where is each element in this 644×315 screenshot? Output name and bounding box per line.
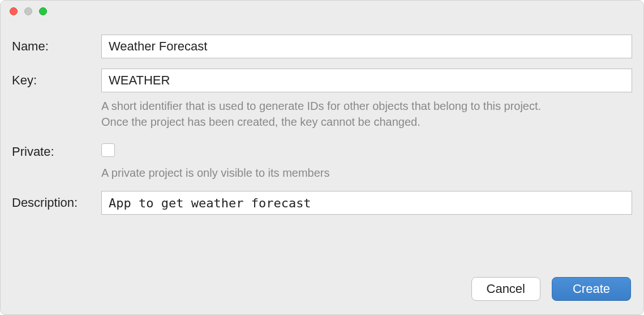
window-minimize-button[interactable] <box>24 7 32 15</box>
name-label: Name: <box>12 35 101 54</box>
dialog-content: Name: Key: A short identifier that is us… <box>1 22 643 268</box>
private-help-text: A private project is only visible to its… <box>101 165 632 181</box>
name-row: Name: <box>12 35 632 58</box>
cancel-button[interactable]: Cancel <box>471 277 540 301</box>
key-help-text: A short identifier that is used to gener… <box>101 98 632 130</box>
key-input[interactable] <box>101 69 632 92</box>
window-maximize-button[interactable] <box>39 7 47 15</box>
description-input[interactable] <box>101 191 632 215</box>
private-label: Private: <box>12 140 101 159</box>
key-help-line1: A short identifier that is used to gener… <box>101 98 632 114</box>
name-input[interactable] <box>101 35 632 58</box>
create-button[interactable]: Create <box>552 277 631 301</box>
description-label: Description: <box>12 191 101 210</box>
private-row: Private: A private project is only visib… <box>12 140 632 181</box>
titlebar <box>1 1 643 22</box>
private-checkbox[interactable] <box>101 143 115 157</box>
window-close-button[interactable] <box>10 7 18 15</box>
key-row: Key: A short identifier that is used to … <box>12 69 632 130</box>
dialog-footer: Cancel Create <box>1 268 643 314</box>
description-row: Description: <box>12 191 632 215</box>
key-help-line2: Once the project has been created, the k… <box>101 114 632 130</box>
create-project-dialog: Name: Key: A short identifier that is us… <box>0 0 644 315</box>
key-label: Key: <box>12 69 101 88</box>
